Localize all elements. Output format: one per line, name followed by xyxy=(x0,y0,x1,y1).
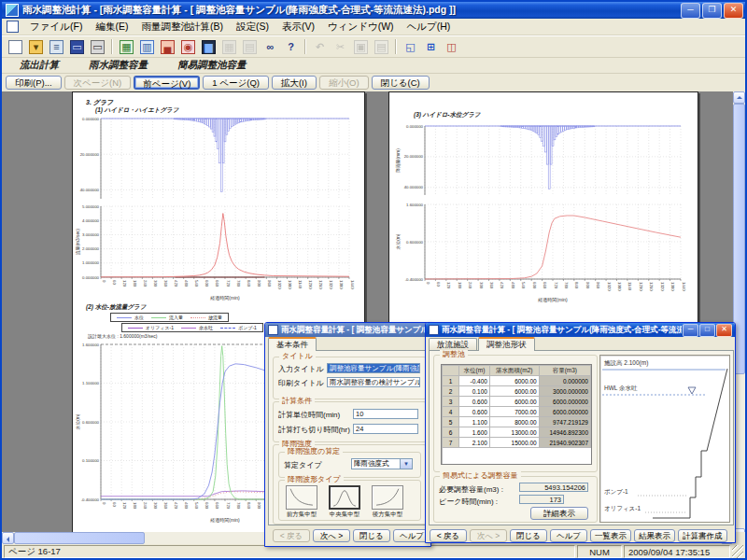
dialog-button[interactable]: 次へ > xyxy=(313,529,350,542)
detail-display-button[interactable]: 詳細表示 xyxy=(530,507,588,520)
dialog2-close-button[interactable]: ✕ xyxy=(716,324,732,337)
dialog-button[interactable]: 一覧表示 xyxy=(590,529,631,542)
tile-windows-button[interactable]: ⊞ xyxy=(421,37,441,56)
zoom-tool-button[interactable]: ◉ xyxy=(178,37,198,56)
arrange-windows-button[interactable]: ◫ xyxy=(442,37,461,56)
table-row[interactable]: 72.10015000.0021940.902307 xyxy=(443,438,591,448)
dialog1-pane: タイトル 入力タイトル 調整池容量サンプル(降雨強度式-合理式-等流流速法) 印… xyxy=(268,350,430,525)
dialog-button[interactable]: ヘルプ xyxy=(550,529,587,542)
wave-type-option[interactable]: 中央集中型 xyxy=(329,485,360,519)
help-icon: ? xyxy=(284,40,298,54)
svg-text:1200: 1200 xyxy=(308,280,313,289)
preview-button[interactable]: 1 ページ(Q) xyxy=(203,76,269,90)
legend-item: 余水吐 xyxy=(181,325,213,330)
hyetograph-left: 0.00000020.00000040.000000 xyxy=(73,115,359,203)
pond-table-frame[interactable]: 水位(m)湛水面積(m2)容量(m3)1-0.4006000.000.00000… xyxy=(441,364,592,465)
table-row[interactable]: 51.1008000.009747.219129 xyxy=(443,417,591,427)
table-row[interactable]: 40.6007000.006000.000000 xyxy=(443,407,591,417)
open-folder-button[interactable]: ▾ xyxy=(26,37,46,56)
resize-grip[interactable] xyxy=(732,545,743,558)
toolbar-separator xyxy=(111,39,113,54)
cut-button: ✂ xyxy=(331,37,350,56)
table-row[interactable]: 30.6006000.006000.000000 xyxy=(443,397,591,407)
unit-time-field[interactable]: 10 xyxy=(353,409,418,419)
find-button[interactable]: ∞ xyxy=(261,37,280,56)
cascade-windows-button[interactable]: ◱ xyxy=(401,37,420,56)
mode-tab[interactable]: 簡易調整池容量 xyxy=(165,58,259,73)
input-title-field[interactable]: 調整池容量サンプル(降雨強度式-合理式-等流流速法) xyxy=(327,363,420,373)
scroll-up-button[interactable] xyxy=(733,91,745,104)
dialog-button[interactable]: < 戻る xyxy=(430,529,467,542)
calc-type-dropdown[interactable]: 降雨強度式 ▼ xyxy=(351,458,413,469)
mdi-child-icon[interactable] xyxy=(7,21,19,33)
svg-text:2.000000: 2.000000 xyxy=(82,246,100,251)
svg-text:1140: 1140 xyxy=(627,282,632,291)
print-button[interactable]: ▭ xyxy=(88,37,107,56)
table-row[interactable]: 1-0.4006000.000.000000 xyxy=(443,376,591,386)
tab-pond-shape[interactable]: 調整池形状 xyxy=(478,337,535,351)
menu-item[interactable]: 表示(V) xyxy=(275,20,321,35)
pond-button[interactable]: ▄ xyxy=(158,37,177,56)
wave-type-option[interactable]: 前方集中型 xyxy=(286,485,317,519)
dialog2-minimize-button[interactable]: ─ xyxy=(683,324,698,337)
preview-button[interactable]: 印刷(P)... xyxy=(6,76,62,90)
peak-time-field: 173 xyxy=(519,495,564,504)
print-title-field[interactable]: 雨水調整容量の検討サンプル(降雨強度式-合理式-等流流速法) xyxy=(327,377,420,387)
new-document-icon xyxy=(8,40,22,54)
report-button[interactable]: ≡ xyxy=(47,37,66,56)
pond-stage-table[interactable]: 水位(m)湛水面積(m2)容量(m3)1-0.4006000.000.00000… xyxy=(442,365,591,448)
menu-item[interactable]: ウィンドウ(W) xyxy=(321,20,401,35)
tool-disabled2-icon: ▤ xyxy=(243,40,257,54)
tab-outflow-facility[interactable]: 放流施設 xyxy=(429,338,477,350)
rain-calc-button[interactable]: ▥ xyxy=(137,37,157,56)
chevron-down-icon[interactable]: ▼ xyxy=(400,459,412,469)
mode-tab[interactable]: 流出計算 xyxy=(7,58,71,73)
svg-text:300: 300 xyxy=(153,280,158,287)
table-row[interactable]: 20.1006000.003000.000000 xyxy=(443,386,591,397)
svg-text:1200: 1200 xyxy=(639,282,643,291)
dialog-button[interactable]: 結果表示 xyxy=(634,529,675,542)
menu-item[interactable]: 雨量調整池計算(B) xyxy=(134,20,230,35)
scroll-left-button[interactable] xyxy=(2,532,14,544)
cascade-windows-icon: ◱ xyxy=(403,40,417,54)
minimize-button[interactable]: ─ xyxy=(681,3,700,19)
menu-item[interactable]: 編集(E) xyxy=(89,20,134,35)
maximize-button[interactable]: ❐ xyxy=(702,3,722,19)
cutoff-time-field[interactable]: 24 xyxy=(353,424,418,434)
svg-text:0.600000: 0.600000 xyxy=(82,420,100,425)
preview-button[interactable]: 拡大(I) xyxy=(272,76,317,90)
horizontal-scroll-thumb[interactable] xyxy=(14,532,145,544)
title-bar[interactable]: 雨水調整池計算 - [雨水調整容量計算 - [ 調整池容量サンプル(降雨強度式-… xyxy=(2,2,745,19)
menu-item[interactable]: ファイル(F) xyxy=(23,20,89,35)
edit-sheet-button[interactable]: ▦ xyxy=(117,37,136,56)
help-button[interactable]: ? xyxy=(281,37,301,56)
mode-tab[interactable]: 雨水調整容量 xyxy=(77,58,160,73)
dialog-button[interactable]: 閉じる xyxy=(510,529,547,542)
dialog1-title-bar[interactable]: 雨水調整容量計算 - [ 調整池容量サンプル(降雨強度式-合理式-等流流速法).… xyxy=(265,323,430,337)
close-button[interactable]: ✕ xyxy=(724,3,743,19)
new-document-button[interactable] xyxy=(6,37,25,56)
graph-icon: ▆ xyxy=(202,40,216,54)
preview-button[interactable]: 前ページ(V) xyxy=(134,76,200,90)
report-icon: ≡ xyxy=(49,40,63,54)
dialog2-title: 雨水調整容量計算 - [ 調整池容量サンプル(降雨強度式-合理式-等流流速法).… xyxy=(442,325,682,336)
preview-button[interactable]: 閉じる(C) xyxy=(372,76,430,90)
undo-icon: ↶ xyxy=(313,40,327,54)
dialog2-title-bar[interactable]: 雨水調整容量計算 - [ 調整池容量サンプル(降雨強度式-合理式-等流流速法).… xyxy=(426,323,735,337)
graph-button[interactable]: ▆ xyxy=(199,37,218,56)
menu-item[interactable]: 設定(S) xyxy=(230,20,275,35)
table-row[interactable]: 61.60013000.0014946.892300 xyxy=(443,427,591,438)
wave-type-option[interactable]: 後方集中型 xyxy=(372,485,403,519)
svg-text:420: 420 xyxy=(500,282,504,289)
menu-item[interactable]: ヘルプ(H) xyxy=(401,20,458,35)
dialog-button[interactable]: 閉じる xyxy=(353,529,390,542)
svg-text:720: 720 xyxy=(554,282,558,289)
tab-basic-conditions[interactable]: 基本条件 xyxy=(268,337,317,351)
facility-height-label: 施設高 2.100(m) xyxy=(604,359,648,367)
svg-text:1.000000: 1.000000 xyxy=(82,260,100,265)
dialog-button[interactable]: 計算書作成 xyxy=(678,529,727,542)
svg-text:40.000000: 40.000000 xyxy=(404,185,424,189)
print-preview-toolbar: 印刷(P)...次ページ(N)前ページ(V)1 ページ(Q)拡大(I)縮小(O)… xyxy=(2,74,745,91)
save-button[interactable]: ▭ xyxy=(67,37,87,56)
dialog2-maximize-button[interactable]: □ xyxy=(699,324,715,337)
